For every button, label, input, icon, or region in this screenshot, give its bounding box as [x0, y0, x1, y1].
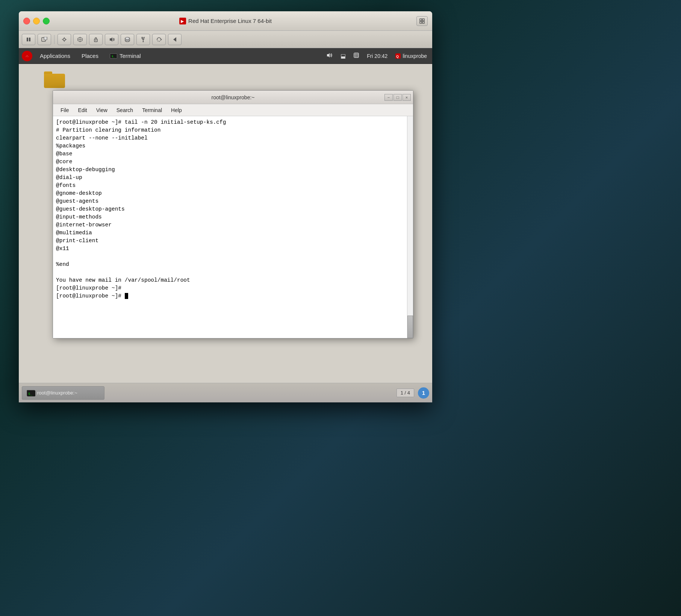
- toolbar-sep-1: [54, 35, 54, 44]
- gnome-menubar: Applications Places $_ Terminal: [19, 48, 432, 64]
- desktop-area: root@linuxprobe:~ − □ × File Edit View S…: [19, 64, 432, 402]
- svg-text:$_: $_: [28, 392, 32, 396]
- terminal-line-13: @guest-desktop-agents: [56, 205, 403, 213]
- terminal-line-11: @gnome-desktop: [56, 190, 403, 197]
- terminal-title: root@linuxprobe:~: [211, 94, 254, 100]
- terminal-close-btn[interactable]: ×: [403, 94, 411, 101]
- svg-text:$_: $_: [112, 55, 115, 58]
- terminal-line-3: clearpart --none --initlabel: [56, 134, 403, 142]
- terminal-line-1: [root@linuxprobe ~]# tail -n 20 initial-…: [56, 118, 403, 126]
- terminal-line-22: You have new mail in /var/spool/mail/roo…: [56, 276, 403, 284]
- redhat-logo[interactable]: [22, 51, 32, 61]
- terminal-menu-search[interactable]: Search: [112, 106, 138, 115]
- traffic-lights: [23, 18, 50, 24]
- vm-titlebar: ▶ Red Hat Enterprise Linux 7 64-bit: [19, 11, 432, 31]
- svg-point-23: [125, 37, 130, 39]
- desktop-folder-icon[interactable]: [41, 71, 68, 88]
- svg-point-27: [143, 41, 144, 42]
- settings-button[interactable]: [58, 34, 71, 45]
- places-menu[interactable]: Places: [76, 51, 104, 61]
- terminal-icon: $_: [110, 53, 117, 59]
- redhat-icon: ▶: [179, 18, 186, 24]
- terminal-line-20: %end: [56, 261, 403, 269]
- svg-text:▶: ▶: [181, 19, 184, 23]
- svg-marker-20: [110, 37, 112, 42]
- workspace-indicator[interactable]: 1 / 4: [396, 388, 414, 397]
- terminal-menu-view[interactable]: View: [92, 106, 112, 115]
- terminal-content[interactable]: [root@linuxprobe ~]# tail -n 20 initial-…: [53, 116, 413, 338]
- user-menu[interactable]: Q linuxprobe: [393, 52, 429, 60]
- back-button[interactable]: [168, 34, 182, 45]
- svg-point-19: [95, 40, 96, 41]
- audio-button[interactable]: [105, 34, 118, 45]
- svg-rect-6: [27, 38, 28, 41]
- terminal-line-10: @fonts: [56, 182, 403, 190]
- vm-toolbar: [19, 31, 432, 48]
- taskbar-right: 1 / 4 1: [396, 387, 429, 399]
- terminal-line-5: %packages: [56, 142, 403, 150]
- network-status-icon[interactable]: [351, 52, 362, 60]
- taskbar-item-label: root@linuxprobe:~: [37, 390, 77, 396]
- terminal-scrollbar[interactable]: [407, 116, 413, 338]
- terminal-line-18: @x11: [56, 245, 403, 253]
- terminal-line-14: @input-methods: [56, 213, 403, 221]
- terminal-window: root@linuxprobe:~ − □ × File Edit View S…: [53, 90, 413, 338]
- terminal-titlebar: root@linuxprobe:~ − □ ×: [53, 91, 413, 104]
- fullscreen-button[interactable]: [416, 16, 428, 26]
- svg-marker-36: [327, 53, 330, 58]
- svg-rect-7: [29, 38, 30, 41]
- notification-badge[interactable]: 1: [418, 387, 429, 399]
- pause-button[interactable]: [22, 34, 35, 45]
- terminal-line-16: @multimedia: [56, 229, 403, 237]
- folder-body: [44, 74, 65, 88]
- scrollbar-thumb[interactable]: [407, 316, 413, 338]
- terminal-line-6: @base: [56, 150, 403, 158]
- terminal-line-8: @desktop-debugging: [56, 166, 403, 174]
- taskbar-terminal-item[interactable]: $_ root@linuxprobe:~: [22, 386, 104, 400]
- close-button[interactable]: [23, 18, 30, 24]
- terminal-restore-btn[interactable]: □: [393, 94, 402, 101]
- desktop: ▶ Red Hat Enterprise Linux 7 64-bit: [0, 0, 681, 616]
- volume-icon[interactable]: [324, 52, 335, 60]
- applications-menu[interactable]: Applications: [35, 51, 76, 61]
- terminal-line-19: [56, 253, 403, 261]
- terminal-line-23: [root@linuxprobe ~]#: [56, 284, 403, 292]
- terminal-menu-terminal[interactable]: Terminal: [138, 106, 166, 115]
- datetime[interactable]: Fri 20:42: [365, 52, 390, 60]
- terminal-line-12: @guest-agents: [56, 197, 403, 205]
- bluetooth-icon[interactable]: ⬓: [338, 52, 348, 60]
- terminal-menu-help[interactable]: Help: [166, 106, 186, 115]
- gnome-menu-right: ⬓ Fri 20:42 Q linuxpr: [324, 52, 429, 60]
- svg-marker-31: [161, 39, 162, 40]
- terminal-menu-edit[interactable]: Edit: [74, 106, 92, 115]
- folder-graphic: [44, 71, 65, 88]
- taskbar: $_ root@linuxprobe:~ 1 / 4 1: [19, 383, 432, 402]
- terminal-menu-file[interactable]: File: [56, 106, 74, 115]
- terminal-menubar: File Edit View Search Terminal Help: [53, 104, 413, 116]
- network-button[interactable]: [73, 34, 87, 45]
- svg-rect-2: [420, 19, 422, 21]
- svg-rect-28: [142, 37, 143, 38]
- maximize-button[interactable]: [43, 18, 50, 24]
- svg-rect-5: [422, 21, 424, 23]
- disk-button[interactable]: [121, 34, 134, 45]
- terminal-line-15: @internet-browser: [56, 221, 403, 229]
- taskbar-terminal-icon: $_: [27, 390, 35, 396]
- terminal-menu[interactable]: $_ Terminal: [104, 51, 146, 61]
- refresh-button[interactable]: [152, 34, 166, 45]
- terminal-line-17: @print-client: [56, 237, 403, 245]
- svg-text:Q: Q: [396, 55, 399, 58]
- lock-button[interactable]: [89, 34, 103, 45]
- terminal-line-24: [root@linuxprobe ~]#: [56, 292, 403, 300]
- terminal-minimize-btn[interactable]: −: [384, 94, 393, 101]
- vm-window: ▶ Red Hat Enterprise Linux 7 64-bit: [19, 11, 432, 402]
- gnome-menu-left: Applications Places $_ Terminal: [22, 51, 146, 61]
- usb-button[interactable]: [136, 34, 150, 45]
- svg-marker-32: [173, 37, 176, 42]
- svg-rect-4: [420, 21, 422, 23]
- svg-rect-3: [422, 19, 424, 21]
- snapshot-button[interactable]: [38, 34, 51, 45]
- minimize-button[interactable]: [33, 18, 40, 24]
- terminal-cursor: [125, 293, 128, 299]
- terminal-line-2: # Partition clearing information: [56, 126, 403, 134]
